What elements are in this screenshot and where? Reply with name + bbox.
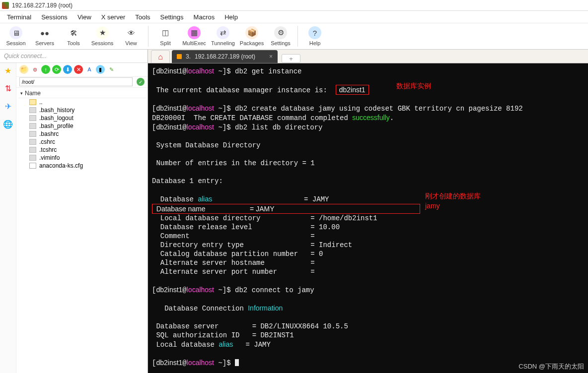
toolbar-label: Help (309, 40, 321, 46)
toolbar-servers[interactable]: ●●Servers (32, 26, 58, 46)
menu-xserver[interactable]: X server (96, 12, 130, 22)
menu-macros[interactable]: Macros (189, 12, 220, 22)
menu-bar: Terminal Sessions View X server Tools Se… (0, 11, 588, 23)
menu-help[interactable]: Help (220, 12, 243, 22)
toolbar-multiexec[interactable]: ▦MultiExec (181, 26, 207, 46)
toolbar-sessions[interactable]: ★Sessions (89, 26, 115, 46)
toolbar-packages[interactable]: 📦Packages (239, 26, 265, 46)
edit-icon[interactable]: ✎ (107, 65, 116, 74)
close-icon[interactable]: ✕ (74, 65, 83, 74)
file-row[interactable]: .viminfo (18, 154, 146, 162)
globe-icon[interactable]: 🌐 (3, 120, 13, 129)
tab-close-icon[interactable]: × (269, 53, 273, 60)
file-icon (29, 115, 36, 121)
toolbar-label: Packages (240, 40, 264, 46)
home-tab[interactable]: ⌂ (151, 50, 170, 63)
plane-icon[interactable]: ✈ (3, 102, 13, 112)
annotation-db: 刚才创建的数据库 (425, 191, 481, 200)
file-name: .bashrc (39, 130, 59, 137)
toolbar-label: MultiExec (182, 40, 206, 46)
toolbar-settings[interactable]: ⚙Settings (268, 26, 294, 46)
column-name: Name (25, 90, 41, 97)
star-icon[interactable]: ★ (3, 66, 13, 76)
toolbar-label: View (125, 40, 137, 46)
file-row[interactable]: .bash_logout (18, 114, 146, 122)
folder-icon (29, 99, 36, 105)
up-icon[interactable]: ↑ (41, 65, 50, 74)
home-icon: ⌂ (158, 53, 163, 62)
new-tab-button[interactable]: + (282, 54, 300, 63)
tools-icon: 🛠 (67, 26, 80, 39)
toolbar-label: Tunneling (211, 40, 235, 46)
file-row[interactable]: .bash_profile (18, 122, 146, 130)
folder-icon[interactable]: 📁 (19, 65, 28, 74)
menu-sessions[interactable]: Sessions (36, 12, 73, 22)
toolbar-label: Tools (67, 40, 80, 46)
file-name: .bash_profile (39, 123, 74, 129)
collapse-icon[interactable]: ▾ (20, 91, 23, 96)
session-tab[interactable]: 3. 192.168.227.189 (root) × (172, 50, 278, 63)
left-panel: Quick connect... ★ ⇅ ✈ 🌐 📁 ⊚ ↑ ⟳ ⬇ ✕ A ▮ (0, 50, 148, 373)
file-name: .. (39, 99, 43, 106)
toolbar-label: Split (160, 40, 170, 46)
tunneling-icon: ⇄ (217, 26, 229, 39)
app-logo-icon (2, 2, 9, 9)
file-list[interactable]: ▾ Name ...bash_history.bash_logout.bash_… (16, 88, 147, 373)
toolbar-label: Settings (271, 40, 291, 46)
menu-terminal[interactable]: Terminal (2, 12, 36, 22)
file-name: anaconda-ks.cfg (39, 162, 83, 169)
file-icon (29, 107, 36, 113)
file-row[interactable]: anaconda-ks.cfg (18, 162, 146, 170)
toolbar-tunneling[interactable]: ⇄Tunneling (210, 26, 236, 46)
file-row[interactable]: .tcshrc (18, 146, 146, 154)
help-icon: ? (308, 26, 321, 39)
file-toolbar: 📁 ⊚ ↑ ⟳ ⬇ ✕ A ▮ ✎ (16, 63, 147, 77)
file-row[interactable]: .. (18, 98, 146, 106)
file-name: .tcshrc (39, 146, 57, 153)
toolbar-session[interactable]: 🖥Session (3, 26, 29, 46)
terminal-output[interactable]: [db2inst1@localhost ~]$ db2 get instance… (148, 63, 588, 373)
menu-view[interactable]: View (73, 12, 96, 22)
view-icon: 👁 (125, 26, 138, 39)
session-dot-icon (177, 54, 182, 59)
path-row: ✓ (16, 77, 147, 88)
packages-icon: 📦 (245, 26, 258, 39)
file-icon (29, 131, 36, 137)
toolbar-help[interactable]: ?Help (302, 26, 328, 46)
toolbar-label: Servers (35, 40, 54, 46)
watermark: CSDN @下雨天的太阳 (518, 362, 584, 371)
toolbar-label: Sessions (91, 40, 114, 46)
file-name: .viminfo (39, 154, 60, 161)
annotation-instance: 数据库实例 (396, 81, 431, 90)
tab-title: 192.168.227.189 (root) (195, 53, 255, 60)
text-icon[interactable]: A (85, 65, 94, 74)
toolbar-label: Session (6, 40, 25, 46)
transfer-icon[interactable]: ⇅ (3, 84, 13, 94)
doc-icon[interactable]: ▮ (96, 65, 105, 74)
toolbar-view[interactable]: 👁View (118, 26, 144, 46)
refresh-icon[interactable]: ⟳ (52, 65, 61, 74)
menu-settings[interactable]: Settings (155, 12, 189, 22)
file-name: .cshrc (39, 138, 55, 145)
session-icon: 🖥 (9, 26, 22, 39)
toolbar-tools[interactable]: 🛠Tools (61, 26, 86, 46)
path-input[interactable] (19, 77, 133, 86)
toolbar-split[interactable]: ◫Split (152, 26, 178, 46)
file-icon (29, 155, 36, 161)
menu-tools[interactable]: Tools (130, 12, 155, 22)
quick-connect-input[interactable]: Quick connect... (0, 50, 147, 63)
file-row[interactable]: .bashrc (18, 130, 146, 138)
target-icon[interactable]: ⊚ (30, 65, 39, 74)
file-row[interactable]: .cshrc (18, 138, 146, 146)
settings-icon: ⚙ (274, 26, 287, 39)
file-row[interactable]: .bash_history (18, 106, 146, 114)
file-name: .bash_history (39, 107, 74, 114)
download-icon[interactable]: ⬇ (63, 65, 72, 74)
tab-index: 3. (186, 53, 191, 60)
file-list-header[interactable]: ▾ Name (18, 89, 146, 98)
path-ok-icon: ✓ (137, 78, 145, 86)
sessions-icon: ★ (96, 26, 109, 39)
side-icon-bar: ★ ⇅ ✈ 🌐 (0, 63, 16, 373)
title-bar: 192.168.227.189 (root) (0, 0, 588, 11)
file-browser: 📁 ⊚ ↑ ⟳ ⬇ ✕ A ▮ ✎ ✓ ▾ Name (16, 63, 147, 373)
